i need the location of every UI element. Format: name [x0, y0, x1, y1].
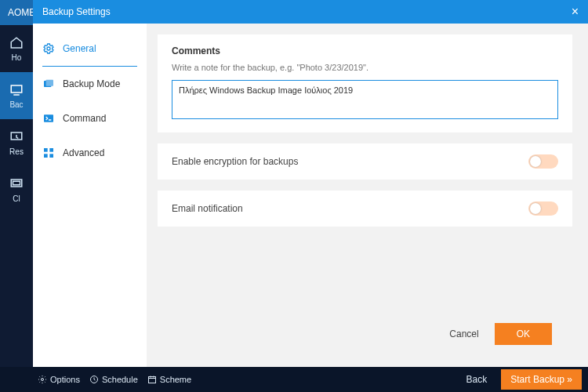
start-backup-button[interactable]: Start Backup »: [501, 369, 582, 390]
app-bottombar: Options Schedule Scheme Back Start Backu…: [0, 367, 588, 392]
sidebar-item-backup-mode[interactable]: Backup Mode: [33, 67, 147, 101]
gear-icon: [38, 375, 47, 384]
svg-point-12: [42, 379, 44, 381]
cancel-button[interactable]: Cancel: [449, 328, 478, 339]
svg-point-4: [47, 47, 50, 50]
main-leftnav: Ho Bac Res Cl: [0, 25, 33, 367]
encryption-row: Enable encryption for backups: [158, 143, 572, 180]
svg-rect-7: [44, 114, 53, 122]
clock-icon: [89, 375, 99, 384]
nav-label: Cl: [13, 194, 20, 203]
svg-rect-11: [49, 154, 53, 158]
nav-backup[interactable]: Bac: [0, 72, 33, 119]
svg-rect-14: [148, 377, 155, 383]
svg-rect-8: [44, 148, 48, 152]
svg-rect-10: [44, 154, 48, 158]
encryption-label: Enable encryption for backups: [172, 156, 298, 167]
comments-helper: Write a note for the backup, e.g. "Photo…: [172, 63, 558, 72]
modal-header: Backup Settings ×: [33, 0, 588, 24]
settings-sidebar: General Backup Mode Command: [33, 24, 147, 367]
sidebar-item-label: General: [63, 43, 96, 54]
sidebar-item-label: Backup Mode: [63, 78, 120, 89]
modal-close-icon[interactable]: ×: [572, 5, 579, 19]
svg-rect-6: [46, 80, 53, 86]
options-label: Options: [50, 375, 80, 384]
sidebar-item-label: Command: [63, 113, 106, 124]
comments-heading: Comments: [172, 45, 558, 56]
schedule-label: Schedule: [102, 375, 138, 384]
nav-label: Bac: [9, 100, 23, 109]
settings-content: Comments Write a note for the backup, e.…: [147, 24, 588, 367]
svg-rect-9: [49, 148, 53, 152]
modal-title: Backup Settings: [42, 6, 111, 17]
scheme-button[interactable]: Scheme: [147, 375, 191, 384]
nav-home[interactable]: Ho: [0, 25, 33, 72]
sidebar-item-advanced[interactable]: Advanced: [33, 136, 147, 170]
encryption-toggle[interactable]: [528, 154, 558, 169]
svg-rect-3: [13, 181, 20, 185]
gear-icon: [42, 42, 55, 55]
sidebar-item-command[interactable]: Command: [33, 101, 147, 136]
comments-card: Comments Write a note for the backup, e.…: [158, 34, 572, 132]
email-label: Email notification: [172, 203, 243, 214]
grid-icon: [42, 147, 55, 159]
disk-icon: [42, 78, 55, 90]
nav-label: Res: [9, 147, 24, 156]
scheme-label: Scheme: [160, 375, 191, 384]
back-button[interactable]: Back: [466, 374, 488, 385]
backup-settings-modal: Backup Settings × General Backup Mode: [33, 0, 588, 367]
options-button[interactable]: Options: [38, 375, 80, 384]
sidebar-item-general[interactable]: General: [33, 31, 147, 66]
email-toggle[interactable]: [528, 201, 558, 216]
nav-label: Ho: [12, 53, 22, 62]
comments-input[interactable]: [172, 80, 558, 119]
sidebar-item-label: Advanced: [63, 147, 104, 158]
modal-footer: Cancel OK: [158, 312, 572, 356]
email-row: Email notification: [158, 191, 572, 227]
svg-rect-0: [11, 85, 22, 93]
calendar-icon: [147, 375, 157, 384]
terminal-icon: [42, 112, 55, 125]
ok-button[interactable]: OK: [495, 323, 552, 345]
schedule-button[interactable]: Schedule: [89, 375, 138, 384]
nav-restore[interactable]: Res: [0, 119, 33, 166]
nav-clone[interactable]: Cl: [0, 166, 33, 213]
